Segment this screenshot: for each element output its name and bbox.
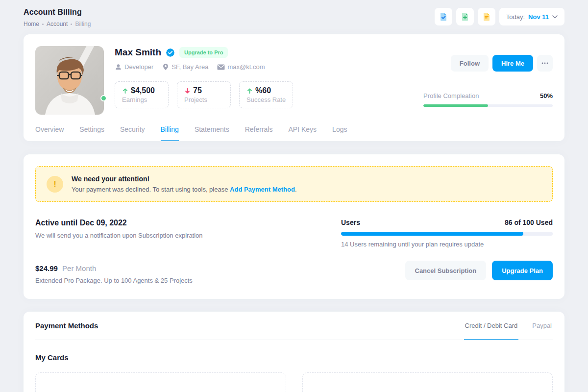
- subscription-package-note: Extended Pro Package. Up to 100 Agents &…: [35, 277, 321, 284]
- alert-content: We need your attention! Your payment was…: [72, 175, 297, 193]
- profile-side: Follow Hire Me Profile Compleation 50%: [411, 46, 553, 115]
- breadcrumb-billing: Billing: [75, 21, 91, 27]
- more-options-button[interactable]: [537, 55, 553, 72]
- users-usage-block: Users 86 of 100 Used 14 Users remaining …: [341, 219, 553, 284]
- stat-earnings-value-row: $4,500: [122, 86, 161, 95]
- breadcrumb-separator: [71, 24, 72, 25]
- online-status-dot: [100, 95, 107, 101]
- stat-earnings-label: Earnings: [122, 96, 161, 103]
- profile-email[interactable]: max@kt.com: [217, 63, 265, 71]
- tab-credit-debit-card[interactable]: Credit / Debit Card: [464, 312, 519, 340]
- payment-methods-card: Payment Methods Credit / Debit Card Payp…: [24, 312, 564, 392]
- breadcrumb-separator: [42, 24, 44, 25]
- stat-success-label: Success Rate: [246, 96, 286, 103]
- date-value: Nov 11: [528, 13, 549, 21]
- file-lines-button[interactable]: [478, 8, 495, 25]
- date-selector[interactable]: Today: Nov 11: [499, 8, 564, 25]
- stat-projects-value-row: 75: [184, 86, 223, 95]
- profile-details: Developer SF, Bay Area: [115, 63, 411, 71]
- profile-stats: $4,500 Earnings 75 Projects: [115, 81, 411, 108]
- card-slot-1[interactable]: [35, 372, 286, 392]
- card-slot-2[interactable]: [302, 372, 553, 392]
- file-lines-icon: [482, 12, 491, 22]
- profile-name-row: Max Smith Upgrade to Pro: [115, 47, 411, 58]
- alert-body: Your payment was declined. To start usin…: [72, 186, 297, 193]
- completion-progress-fill: [423, 104, 488, 107]
- completion-row: Profile Compleation 50%: [423, 92, 553, 99]
- tab-statements[interactable]: Statements: [195, 125, 229, 141]
- tab-settings[interactable]: Settings: [79, 125, 104, 141]
- profile-completion: Profile Compleation 50%: [423, 92, 553, 107]
- location-pin-icon: [162, 63, 169, 71]
- completion-label: Profile Compleation: [423, 92, 479, 99]
- file-plus-icon: [460, 12, 470, 22]
- cancel-subscription-button[interactable]: Cancel Subscription: [405, 261, 487, 280]
- payment-methods-title: Payment Methods: [35, 321, 98, 330]
- stat-earnings: $4,500 Earnings: [115, 81, 169, 108]
- subscription-active-title: Active until Dec 09, 2022: [35, 219, 321, 227]
- profile-main: Max Smith Upgrade to Pro Develop: [115, 46, 411, 115]
- hire-me-button[interactable]: Hire Me: [492, 55, 533, 72]
- stat-projects: 75 Projects: [177, 81, 231, 108]
- users-progress-track: [341, 232, 553, 236]
- ellipsis-icon: [541, 62, 548, 64]
- verified-badge-icon: [166, 48, 175, 57]
- avatar-wrap: [35, 46, 104, 115]
- alert-body-suffix: .: [295, 186, 297, 193]
- tab-overview[interactable]: Overview: [35, 125, 64, 141]
- profile-name[interactable]: Max Smith: [115, 47, 161, 58]
- chevron-down-icon: [552, 15, 558, 19]
- subscription-active-subtitle: We will send you a notification upon Sub…: [35, 232, 321, 239]
- profile-role[interactable]: Developer: [115, 63, 153, 71]
- breadcrumb-account[interactable]: Account: [47, 21, 68, 27]
- file-check-button[interactable]: [435, 8, 452, 25]
- users-progress-fill: [341, 232, 523, 236]
- billing-card: ! We need your attention! Your payment w…: [24, 154, 564, 299]
- profile-role-label: Developer: [124, 63, 153, 71]
- stat-earnings-value: $4,500: [131, 86, 155, 95]
- tab-api-keys[interactable]: API Keys: [289, 125, 317, 141]
- my-cards-title: My Cards: [35, 353, 553, 362]
- mail-icon: [217, 64, 225, 70]
- alert-body-text: Your payment was declined. To start usin…: [72, 186, 228, 193]
- header-toolbar: Today: Nov 11: [435, 8, 564, 25]
- profile-location[interactable]: SF, Bay Area: [162, 63, 208, 71]
- users-row: Users 86 of 100 Used: [341, 219, 553, 226]
- users-label: Users: [341, 219, 360, 226]
- date-label: Today:: [506, 13, 525, 21]
- payment-method-tabs: Credit / Debit Card Paypal: [464, 312, 553, 340]
- payment-methods-header: Payment Methods Credit / Debit Card Payp…: [35, 312, 553, 340]
- avatar[interactable]: [35, 46, 104, 115]
- page-heading-block: Account Billing Home Account Billing: [24, 8, 91, 27]
- tab-billing[interactable]: Billing: [161, 125, 179, 141]
- profile-actions: Follow Hire Me: [451, 55, 553, 72]
- warning-icon: !: [47, 176, 63, 193]
- stat-projects-label: Projects: [184, 96, 223, 103]
- tab-paypal[interactable]: Paypal: [531, 312, 553, 340]
- completion-progress-track: [423, 104, 553, 107]
- upgrade-to-pro-badge[interactable]: Upgrade to Pro: [179, 47, 228, 58]
- tab-security[interactable]: Security: [120, 125, 145, 141]
- page-title: Account Billing: [24, 8, 91, 17]
- file-plus-button[interactable]: [456, 8, 474, 25]
- page-header: Account Billing Home Account Billing: [24, 0, 564, 34]
- alert-title: We need your attention!: [72, 175, 297, 183]
- user-icon: [115, 63, 122, 71]
- stat-success-value: %60: [255, 86, 271, 95]
- profile-email-label: max@kt.com: [227, 63, 265, 71]
- subscription-price: $24.99: [35, 264, 58, 272]
- breadcrumb-home[interactable]: Home: [24, 21, 39, 27]
- add-payment-method-link[interactable]: Add Payment Method: [230, 186, 295, 193]
- file-check-icon: [439, 12, 448, 22]
- stat-success-rate: %60 Success Rate: [239, 81, 293, 108]
- tab-logs[interactable]: Logs: [332, 125, 347, 141]
- tab-referrals[interactable]: Referrals: [245, 125, 273, 141]
- profile-top: Max Smith Upgrade to Pro Develop: [35, 46, 553, 115]
- follow-button[interactable]: Follow: [451, 55, 489, 72]
- trend-up-icon: [246, 88, 253, 94]
- upgrade-plan-button[interactable]: Upgrade Plan: [492, 261, 553, 280]
- users-remaining-note: 14 Users remaining until your plan requi…: [341, 241, 553, 248]
- users-used-value: 86 of 100 Used: [505, 219, 553, 226]
- account-billing-page: Account Billing Home Account Billing: [0, 0, 588, 392]
- profile-location-label: SF, Bay Area: [172, 63, 208, 71]
